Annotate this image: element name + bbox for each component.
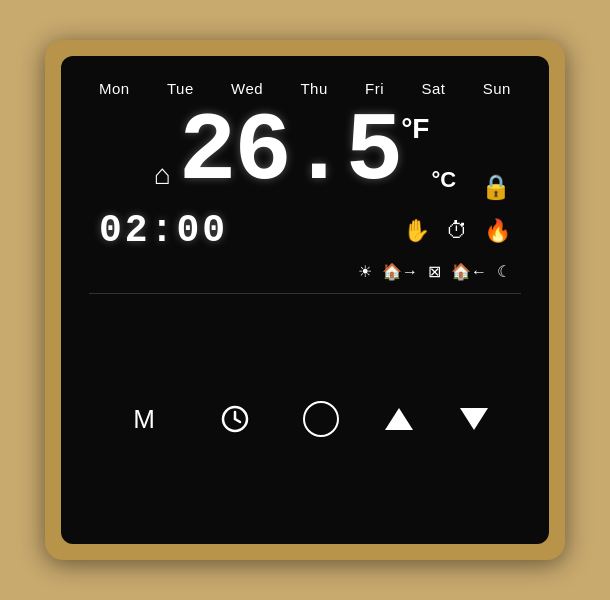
day-thu: Thu: [300, 80, 327, 97]
away-icon: ⊠: [428, 262, 441, 281]
circle-button[interactable]: [303, 401, 339, 437]
home-icon: ⌂: [154, 159, 171, 191]
hand-icon: ✋: [403, 218, 430, 244]
clock-button[interactable]: [213, 397, 257, 441]
up-button[interactable]: [385, 408, 413, 430]
device-screen: Mon Tue Wed Thu Fri Sat Sun ⌂ 26. 5 °F °…: [61, 56, 549, 544]
day-sat: Sat: [421, 80, 445, 97]
mode-icons-row: ☀ 🏠→ ⊠ 🏠← ☾: [89, 262, 521, 281]
temperature-area: ⌂ 26. 5 °F °C 🔒: [89, 105, 521, 201]
time-display: 02:00: [99, 209, 228, 252]
mode-button[interactable]: M: [122, 397, 166, 441]
unit-celsius: °C: [431, 167, 456, 193]
day-wed: Wed: [231, 80, 263, 97]
clock-status-icon: ⏱: [446, 218, 468, 244]
temperature-main: 26.: [179, 105, 346, 201]
days-row: Mon Tue Wed Thu Fri Sat Sun: [89, 80, 521, 97]
status-icons: ✋ ⏱ 🔥: [403, 218, 511, 244]
svg-line-2: [235, 419, 240, 422]
day-fri: Fri: [365, 80, 384, 97]
home-arrow-right-icon: 🏠→: [382, 262, 418, 281]
status-row: 02:00 ✋ ⏱ 🔥: [89, 209, 521, 252]
buttons-row: M: [89, 294, 521, 544]
flame-icon: 🔥: [484, 218, 511, 244]
clock-button-icon: [221, 405, 249, 433]
day-mon: Mon: [99, 80, 130, 97]
unit-fahrenheit: °F: [401, 113, 429, 145]
sun-icon: ☀: [358, 262, 372, 281]
day-tue: Tue: [167, 80, 194, 97]
down-button[interactable]: [460, 408, 488, 430]
moon-icon: ☾: [497, 262, 511, 281]
device-outer: Mon Tue Wed Thu Fri Sat Sun ⌂ 26. 5 °F °…: [45, 40, 565, 560]
lock-icon: 🔒: [481, 173, 511, 201]
day-sun: Sun: [483, 80, 511, 97]
sleep-home-icon: 🏠←: [451, 262, 487, 281]
temperature-decimal: 5: [346, 105, 402, 201]
